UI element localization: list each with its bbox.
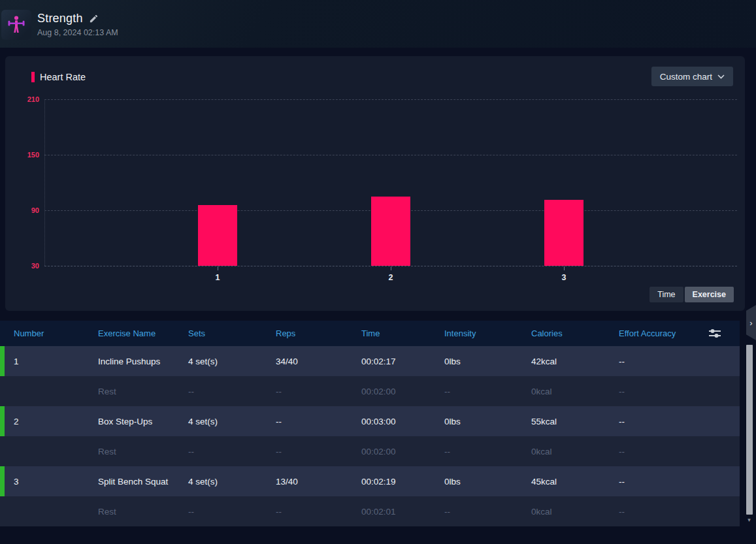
cell-sets: -- <box>188 387 276 396</box>
vertical-scrollbar[interactable]: ▾ <box>746 345 753 529</box>
cell-calories: 0kcal <box>531 447 619 456</box>
cell-sets: -- <box>188 447 276 456</box>
heart-rate-bar <box>371 197 410 266</box>
x-axis-tick <box>218 266 218 270</box>
cell-intensity: -- <box>444 387 531 396</box>
x-axis-tick <box>564 266 565 270</box>
cell-effort-accuracy: -- <box>619 507 740 517</box>
y-axis-tick-label: 90 <box>17 206 39 214</box>
cell-exercise-name: Rest <box>98 387 188 396</box>
cell-effort-accuracy: -- <box>619 477 740 487</box>
cell-time: 00:02:01 <box>361 507 444 517</box>
cell-intensity: -- <box>444 507 531 517</box>
column-header-calories: Calories <box>531 328 619 338</box>
cell-intensity: 0lbs <box>444 417 531 426</box>
weightlifter-icon <box>6 14 27 35</box>
chart-mode-toggle: TimeExercise <box>649 287 734 302</box>
workout-title: Strength <box>37 12 83 25</box>
cell-reps: -- <box>276 417 361 426</box>
chevron-down-icon <box>717 74 725 79</box>
toggle-exercise-button[interactable]: Exercise <box>685 287 734 302</box>
toggle-time-button[interactable]: Time <box>649 287 683 302</box>
cell-reps: -- <box>276 387 361 396</box>
cell-number: 2 <box>14 417 98 426</box>
cell-sets: -- <box>188 507 276 517</box>
custom-chart-dropdown[interactable]: Custom chart <box>651 67 733 86</box>
x-axis-category-label: 3 <box>544 273 583 282</box>
cell-reps: 13/40 <box>276 477 361 487</box>
cell-effort-accuracy: -- <box>619 417 740 426</box>
cell-exercise-name: Incline Pushups <box>98 357 188 366</box>
cell-sets: 4 set(s) <box>188 477 276 487</box>
cell-reps: -- <box>276 447 361 456</box>
cell-effort-accuracy: -- <box>619 387 740 396</box>
exercise-row: 2Box Step-Ups4 set(s)--00:03:000lbs55kca… <box>0 406 740 436</box>
exercise-row: 1Incline Pushups4 set(s)34/4000:02:170lb… <box>0 346 740 376</box>
cell-intensity: 0lbs <box>444 357 531 366</box>
edit-title-button[interactable] <box>89 14 99 24</box>
cell-calories: 0kcal <box>531 507 619 517</box>
legend-marker <box>31 72 35 82</box>
legend-label: Heart Rate <box>40 72 86 82</box>
cell-time: 00:02:19 <box>361 477 444 487</box>
cell-calories: 55kcal <box>531 417 619 426</box>
column-header-intensity: Intensity <box>444 328 531 338</box>
x-axis-tick <box>391 266 391 270</box>
custom-chart-dropdown-label: Custom chart <box>660 72 712 82</box>
y-axis-tick-label: 150 <box>17 151 39 159</box>
exercise-row: 3Split Bench Squat4 set(s)13/4000:02:190… <box>0 466 740 496</box>
gridline <box>44 155 737 155</box>
x-axis-category-label: 2 <box>371 273 410 282</box>
cell-intensity: -- <box>444 447 531 456</box>
cell-sets: 4 set(s) <box>188 417 276 426</box>
column-header-exercise-name: Exercise Name <box>98 328 188 338</box>
cell-reps: 34/40 <box>276 357 361 366</box>
column-header-reps: Reps <box>276 328 361 338</box>
exercise-table: NumberExercise NameSetsRepsTimeIntensity… <box>0 321 740 526</box>
cell-intensity: 0lbs <box>444 477 531 487</box>
cell-effort-accuracy: -- <box>619 447 740 456</box>
cell-calories: 0kcal <box>531 387 619 396</box>
rest-row: Rest----00:02:01--0kcal-- <box>0 496 740 526</box>
heart-rate-chart-panel: Heart Rate Custom chart 2101509030123 Ti… <box>5 56 745 311</box>
y-axis-tick-label: 30 <box>17 262 39 270</box>
scrollbar-down-arrow-icon[interactable]: ▾ <box>748 517 751 522</box>
cell-time: 00:02:00 <box>361 447 444 456</box>
pencil-icon <box>89 14 99 24</box>
cell-calories: 45kcal <box>531 477 619 487</box>
cell-time: 00:03:00 <box>361 417 444 426</box>
cell-exercise-name: Split Bench Squat <box>98 477 188 487</box>
cell-exercise-name: Rest <box>98 507 188 517</box>
cell-exercise-name: Rest <box>98 447 188 456</box>
workout-datetime: Aug 8, 2024 02:13 AM <box>37 28 118 37</box>
table-body: 1Incline Pushups4 set(s)34/4000:02:170lb… <box>0 346 740 526</box>
rest-row: Rest----00:02:00--0kcal-- <box>0 436 740 466</box>
rest-row: Rest----00:02:00--0kcal-- <box>0 376 740 406</box>
cell-number: 1 <box>14 357 98 366</box>
y-axis-line <box>44 99 45 266</box>
x-axis-category-label: 1 <box>198 273 237 282</box>
column-settings-icon[interactable] <box>708 328 721 341</box>
column-header-effort-accuracy: Effort Accuracy <box>619 328 740 338</box>
cell-number: 3 <box>14 477 98 487</box>
workout-type-tile <box>1 10 31 40</box>
gridline <box>44 99 737 100</box>
cell-time: 00:02:00 <box>361 387 444 396</box>
expand-panel-chevron[interactable]: › <box>746 305 756 340</box>
heart-rate-bar <box>198 205 237 266</box>
cell-effort-accuracy: -- <box>619 357 740 366</box>
title-block: Strength Aug 8, 2024 02:13 AM <box>37 12 118 37</box>
heart-rate-bar <box>544 200 583 266</box>
cell-sets: 4 set(s) <box>188 357 276 366</box>
cell-time: 00:02:17 <box>361 357 444 366</box>
cell-calories: 42kcal <box>531 357 619 366</box>
chart-legend: Heart Rate <box>31 72 86 82</box>
cell-exercise-name: Box Step-Ups <box>98 417 188 426</box>
cell-reps: -- <box>276 507 361 517</box>
scrollbar-thumb[interactable] <box>746 345 753 515</box>
column-header-time: Time <box>361 328 444 338</box>
column-header-number: Number <box>14 328 98 338</box>
heart-rate-bar-chart: 2101509030123 <box>44 99 737 266</box>
table-header-row: NumberExercise NameSetsRepsTimeIntensity… <box>0 321 740 346</box>
app-header: Strength Aug 8, 2024 02:13 AM <box>0 0 756 48</box>
